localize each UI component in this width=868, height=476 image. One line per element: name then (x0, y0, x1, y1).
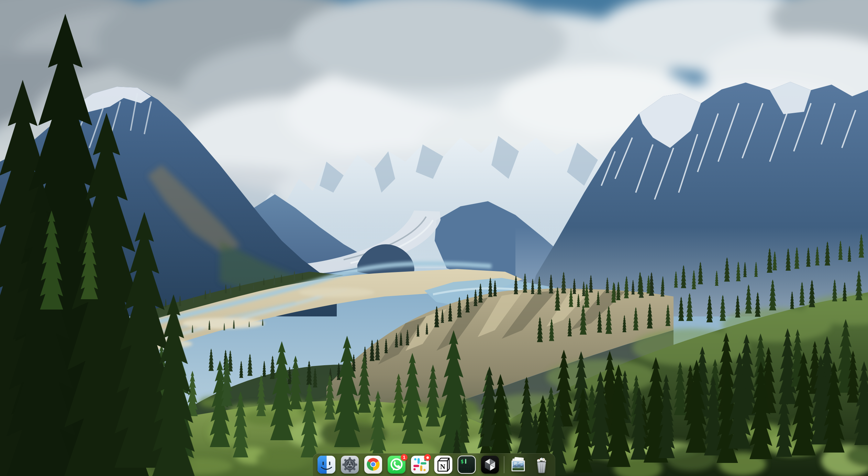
dock-item-terminal[interactable]: $ (457, 455, 476, 474)
settings-gear-icon (340, 455, 359, 474)
dock-item-cursor[interactable] (480, 455, 500, 474)
dock-item-slack[interactable] (410, 455, 430, 474)
dock: 1 (313, 453, 555, 476)
dock-item-trash[interactable] (532, 455, 551, 474)
finder-icon (317, 455, 336, 474)
trash-full-icon (532, 455, 551, 474)
dock-item-whatsapp[interactable]: 1 (387, 455, 406, 474)
svg-text:N: N (440, 463, 445, 471)
dock-item-finder[interactable] (317, 455, 336, 474)
chrome-icon (364, 455, 383, 474)
downloads-stack-icon (509, 455, 528, 474)
slack-badge-dot (424, 454, 431, 461)
dock-item-system-settings[interactable] (340, 455, 359, 474)
desktop: 1 (0, 0, 868, 476)
wallpaper-mountain-valley (0, 0, 868, 476)
cursor-icon (480, 455, 500, 474)
dock-item-chrome[interactable] (364, 455, 383, 474)
dock-item-notion[interactable]: N (434, 455, 453, 474)
whatsapp-badge: 1 (401, 454, 408, 461)
dock-item-downloads-stack[interactable] (509, 455, 528, 474)
notion-icon: N (434, 455, 453, 474)
terminal-icon: $ (457, 455, 476, 474)
dock-separator (504, 456, 504, 473)
svg-text:$: $ (461, 458, 464, 465)
